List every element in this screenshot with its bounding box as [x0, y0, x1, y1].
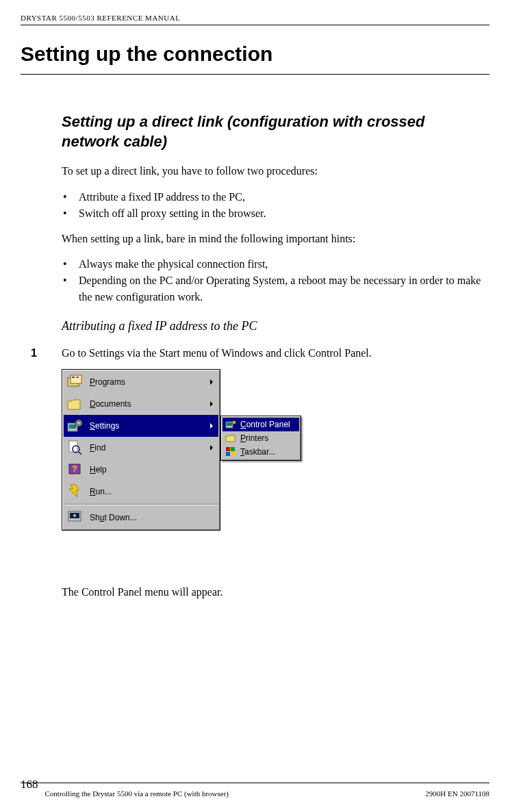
svg-rect-17	[226, 447, 230, 451]
menu-item-find[interactable]: Find	[64, 437, 218, 459]
start-main-menu: Programs Documents Settings	[62, 369, 220, 531]
page-title: Setting up the connection	[21, 42, 489, 75]
footer-center-text: Controlling the Drystar 5500 via a remot…	[45, 789, 426, 798]
page-number: 168	[21, 778, 38, 791]
list-item: Always make the physical connection firs…	[62, 256, 483, 272]
settings-submenu: Control Panel Printers Taskbar...	[220, 416, 301, 461]
shutdown-icon	[66, 509, 83, 526]
menu-separator	[64, 504, 218, 505]
menu-item-run[interactable]: Run...	[64, 481, 218, 503]
menu-item-shutdown[interactable]: Shut Down...	[64, 507, 218, 529]
svg-rect-18	[231, 447, 235, 451]
help-icon: ?	[66, 461, 83, 478]
result-paragraph: The Control Panel menu will appear.	[62, 585, 483, 600]
svg-rect-20	[231, 452, 235, 456]
svg-line-10	[79, 452, 81, 455]
intro-paragraph: To set up a direct link, you have to fol…	[62, 164, 483, 179]
running-header: DRYSTAR 5500/5503 REFERENCE MANUAL	[21, 14, 489, 25]
find-icon	[66, 440, 83, 456]
menu-item-documents[interactable]: Documents	[64, 393, 218, 415]
control-panel-icon	[225, 419, 236, 430]
settings-icon	[66, 418, 83, 434]
svg-rect-3	[76, 377, 79, 378]
submenu-arrow-icon	[210, 445, 213, 451]
submenu-item-control-panel[interactable]: Control Panel	[222, 418, 299, 431]
documents-icon	[66, 396, 83, 412]
submenu-arrow-icon	[210, 379, 213, 385]
menu-label: Settings	[90, 421, 210, 431]
menu-item-help[interactable]: ? Help	[64, 459, 218, 481]
submenu-label: Control Panel	[240, 420, 290, 429]
submenu-label: Printers	[240, 433, 268, 443]
menu-label: Find	[90, 443, 210, 453]
start-menu-screenshot: Programs Documents Settings	[62, 369, 305, 575]
submenu-arrow-icon	[210, 423, 213, 429]
hints-paragraph: When setting up a link, bare in mind the…	[62, 231, 483, 246]
submenu-item-taskbar[interactable]: Taskbar...	[222, 445, 299, 459]
menu-item-settings[interactable]: Settings	[64, 415, 218, 437]
list-item: Depending on the PC and/or Operating Sys…	[62, 272, 483, 305]
subsection-title: Attributing a fixed IP address to the PC	[62, 319, 483, 333]
svg-text:?: ?	[72, 464, 77, 474]
svg-rect-19	[226, 452, 230, 456]
programs-icon	[66, 374, 83, 390]
svg-rect-1	[71, 375, 81, 383]
printers-icon	[225, 433, 236, 444]
list-item: Attribute a fixed IP address to the PC,	[62, 189, 483, 205]
menu-label: Programs	[90, 377, 210, 387]
run-icon	[66, 483, 83, 500]
footer-right-text: 2900H EN 20071108	[425, 789, 489, 798]
page-footer: 168 Controlling the Drystar 5500 via a r…	[0, 783, 510, 800]
menu-label: Shut Down...	[90, 513, 216, 522]
menu-label: Documents	[90, 399, 210, 409]
hints-list: Always make the physical connection firs…	[62, 256, 483, 305]
menu-label: Run...	[90, 487, 216, 496]
menu-item-programs[interactable]: Programs	[64, 371, 218, 393]
svg-rect-5	[69, 424, 76, 429]
procedure-list: Attribute a fixed IP address to the PC, …	[62, 189, 483, 222]
taskbar-icon	[225, 446, 236, 457]
menu-label: Help	[90, 465, 216, 474]
submenu-arrow-icon	[210, 401, 213, 407]
step-text: Go to Settings via the Start menu of Win…	[62, 347, 372, 359]
svg-rect-16	[227, 422, 232, 426]
submenu-label: Taskbar...	[240, 447, 275, 457]
list-item: Switch off all proxy setting in the brow…	[62, 205, 483, 222]
svg-rect-2	[72, 377, 75, 378]
svg-point-7	[77, 422, 80, 424]
step-number: 1	[21, 347, 62, 359]
section-title: Setting up a direct link (configuration …	[62, 112, 483, 151]
submenu-item-printers[interactable]: Printers	[222, 431, 299, 445]
svg-point-14	[73, 514, 76, 517]
